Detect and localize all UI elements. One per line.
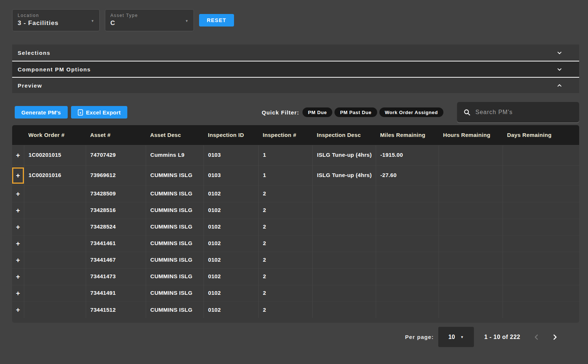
cell-hours-remaining xyxy=(439,268,503,285)
cell-asset-desc: CUMMINS ISLG xyxy=(146,165,203,185)
expand-row-button[interactable]: + xyxy=(12,302,24,318)
excel-file-icon: x xyxy=(78,109,83,116)
cell-asset-number: 73969612 xyxy=(86,165,146,185)
asset-type-select[interactable]: Asset Type C ▼ xyxy=(105,9,194,31)
location-value: 3 - Facilities xyxy=(18,20,94,27)
cell-days-remaining xyxy=(503,145,579,165)
caret-down-icon: ▼ xyxy=(91,19,94,23)
cell-work-order xyxy=(24,219,86,235)
panel-selections[interactable]: Selections xyxy=(12,45,579,61)
expand-row-button[interactable]: + xyxy=(12,186,24,202)
cell-asset-desc: CUMMINS ISLG xyxy=(146,235,203,252)
cell-inspection-desc xyxy=(312,268,376,285)
cell-days-remaining xyxy=(503,301,579,318)
table-row: + 73428524 CUMMINS ISLG 0102 2 xyxy=(12,219,579,235)
cell-inspection-desc: ISLG Tune-up (4hrs) xyxy=(312,165,376,185)
expand-row-button[interactable]: + xyxy=(12,147,24,163)
next-page-button[interactable] xyxy=(550,332,560,342)
column-header: Miles Remaining xyxy=(376,125,439,145)
cell-hours-remaining xyxy=(439,235,503,252)
cell-inspection-desc: ISLG Tune-up (4hrs) xyxy=(312,145,376,165)
table-row: + 73441473 CUMMINS ISLG 0102 2 xyxy=(12,268,579,285)
expand-row-button[interactable]: + xyxy=(12,202,24,219)
cell-hours-remaining xyxy=(439,185,503,202)
cell-work-order xyxy=(24,202,86,219)
cell-inspection-id: 0102 xyxy=(203,185,258,202)
cell-work-order xyxy=(24,235,86,252)
quick-filter-chip[interactable]: Work Order Assigned xyxy=(379,107,443,117)
asset-type-label: Asset Type xyxy=(110,13,188,18)
cell-inspection-id: 0103 xyxy=(203,165,258,185)
expand-row-button[interactable]: + xyxy=(12,285,24,301)
column-header: Days Remaining xyxy=(503,125,579,145)
cell-asset-desc: CUMMINS ISLG xyxy=(146,252,203,268)
per-page-select[interactable]: 10 ▼ xyxy=(438,327,474,347)
cell-hours-remaining xyxy=(439,202,503,219)
expand-row-button[interactable]: + xyxy=(12,219,24,235)
cell-asset-desc: CUMMINS ISLG xyxy=(146,185,203,202)
quick-filter-chips: PM DuePM Past DueWork Order Assigned xyxy=(302,107,443,117)
search-input[interactable] xyxy=(475,109,573,116)
cell-hours-remaining xyxy=(439,145,503,165)
column-header: Work Order # xyxy=(24,125,86,145)
caret-down-icon: ▼ xyxy=(460,335,464,339)
cell-miles-remaining xyxy=(376,185,439,202)
cell-inspection-id: 0102 xyxy=(203,268,258,285)
cell-asset-desc: CUMMINS ISLG xyxy=(146,301,203,318)
panel-preview[interactable]: Preview xyxy=(12,77,579,93)
panel-component-pm-options[interactable]: Component PM Options xyxy=(12,61,579,77)
cell-miles-remaining xyxy=(376,235,439,252)
caret-down-icon: ▼ xyxy=(185,19,188,23)
cell-inspection-number: 2 xyxy=(258,268,312,285)
cell-inspection-desc xyxy=(312,235,376,252)
cell-hours-remaining xyxy=(439,165,503,185)
generate-pms-label: Generate PM's xyxy=(21,109,61,116)
location-select[interactable]: Location 3 - Facilities ▼ xyxy=(12,9,100,31)
cell-work-order: 1C00201016 xyxy=(24,165,86,185)
search-icon xyxy=(463,109,471,116)
cell-work-order xyxy=(24,252,86,268)
cell-work-order xyxy=(24,285,86,301)
reset-button[interactable]: RESET xyxy=(199,14,234,26)
table-row: + 73441491 CUMMINS ISLG 0102 2 xyxy=(12,285,579,301)
table-header-row: Work Order #Asset #Asset DescInspection … xyxy=(12,125,579,145)
table-row: + 1C00201015 74707429 Cummins L9 0103 1 … xyxy=(12,145,579,165)
cell-inspection-desc xyxy=(312,252,376,268)
excel-export-button[interactable]: x Excel Export xyxy=(71,106,127,119)
asset-type-value: C xyxy=(110,20,188,27)
cell-asset-number: 74707429 xyxy=(86,145,146,165)
cell-inspection-id: 0102 xyxy=(203,301,258,318)
previous-page-button[interactable] xyxy=(531,332,542,342)
panel-selections-title: Selections xyxy=(18,50,50,56)
quick-filter-label: Quick Filter: xyxy=(262,109,299,116)
expand-row-button[interactable]: + xyxy=(12,167,24,184)
expand-row-button[interactable]: + xyxy=(12,252,24,268)
cell-asset-number: 73428509 xyxy=(86,185,146,202)
generate-pms-button[interactable]: Generate PM's xyxy=(15,106,68,119)
cell-asset-desc: CUMMINS ISLG xyxy=(146,285,203,301)
cell-inspection-number: 1 xyxy=(258,165,312,185)
cell-inspection-id: 0102 xyxy=(203,219,258,235)
cell-work-order xyxy=(24,268,86,285)
cell-inspection-id: 0102 xyxy=(203,285,258,301)
column-header: Inspection # xyxy=(258,125,312,145)
per-page-label: Per page: xyxy=(405,334,434,340)
preview-toolbar: Generate PM's x Excel Export Quick Filte… xyxy=(12,102,579,123)
cell-miles-remaining: -1915.00 xyxy=(376,145,439,165)
chevron-up-icon xyxy=(557,83,562,88)
chevron-right-icon xyxy=(551,333,559,341)
expand-row-button[interactable]: + xyxy=(12,269,24,285)
cell-inspection-desc xyxy=(312,285,376,301)
quick-filter-chip[interactable]: PM Past Due xyxy=(334,107,377,117)
cell-miles-remaining: -27.60 xyxy=(376,165,439,185)
column-header: Asset Desc xyxy=(146,125,203,145)
chevron-down-icon xyxy=(557,50,562,56)
table-row: + 73441467 CUMMINS ISLG 0102 2 xyxy=(12,252,579,268)
search-box xyxy=(457,102,579,123)
quick-filter-chip[interactable]: PM Due xyxy=(302,107,332,117)
cell-hours-remaining xyxy=(439,301,503,318)
expand-row-button[interactable]: + xyxy=(12,236,24,252)
cell-hours-remaining xyxy=(439,219,503,235)
cell-days-remaining xyxy=(503,185,579,202)
cell-asset-desc: Cummins L9 xyxy=(146,145,203,165)
